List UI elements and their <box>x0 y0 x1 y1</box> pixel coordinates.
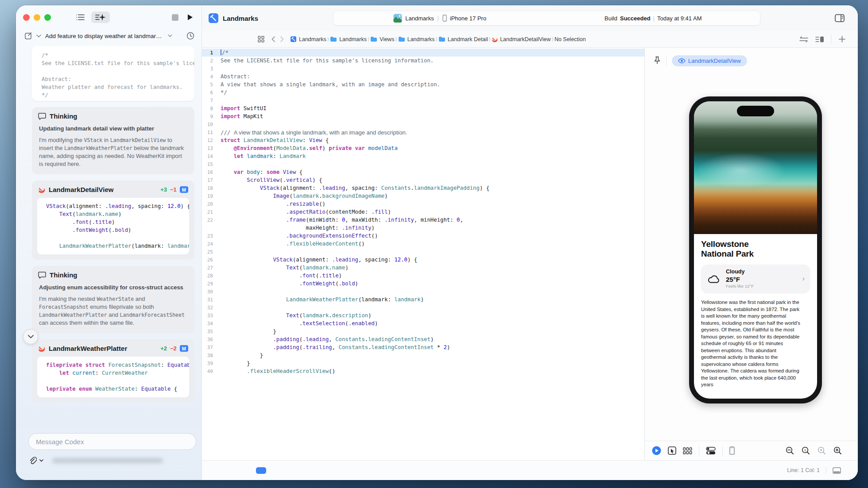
scheme-device-section[interactable]: Landmarks ⟩ iPhone 17 Pro <box>333 14 547 23</box>
run-destination-scheme: Landmarks <box>405 15 434 22</box>
editor-options-icon[interactable] <box>815 36 824 43</box>
breadcrumb-separator: ⟩ <box>367 36 370 42</box>
thinking-card[interactable]: Thinking Adjusting enum accessibility fo… <box>32 266 194 333</box>
zoom-button[interactable] <box>44 14 51 21</box>
chevron-down-icon[interactable] <box>168 35 172 37</box>
sparkle-icon <box>95 13 106 21</box>
project-icon <box>290 36 297 42</box>
chat-message-list[interactable]: /*See the LICENSE.txt file for this samp… <box>16 46 202 428</box>
related-items-grid-icon[interactable] <box>258 36 264 42</box>
weather-feels-like: Feels like 12°F <box>726 284 754 289</box>
device-settings-toggles-button[interactable] <box>706 447 716 455</box>
pin-icon[interactable] <box>654 56 661 65</box>
editor-content-split: 1/*2See the LICENSE.txt file for this sa… <box>202 48 858 460</box>
project-scheme[interactable]: Landmarks <box>208 13 258 23</box>
speech-bubble-icon <box>38 272 46 279</box>
zoom-out-button[interactable] <box>786 446 794 455</box>
breadcrumb-selection[interactable]: No Selection <box>554 36 586 42</box>
iphone-device-icon <box>442 15 447 22</box>
scroll-to-bottom-button[interactable] <box>23 329 38 344</box>
lines-removed: −1 <box>170 186 177 193</box>
file-diff-code: VStack(alignment: .leading, spacing: 12.… <box>37 198 189 254</box>
swift-icon <box>38 345 45 352</box>
source-editor[interactable]: 1/*2See the LICENSE.txt file for this sa… <box>202 48 644 460</box>
lines-added: +2 <box>160 345 167 352</box>
close-button[interactable] <box>23 14 30 21</box>
codex-sparkle-button[interactable] <box>91 12 110 23</box>
preview-device-button[interactable] <box>729 446 735 455</box>
breadcrumb-separator: ⟩ <box>488 36 492 42</box>
breadcrumb-file[interactable]: LandmarkDetailView <box>492 36 550 42</box>
thinking-subtitle: Adjusting enum accessibility for cross-s… <box>32 279 194 291</box>
breadcrumb-folder[interactable]: Landmarks <box>398 36 435 42</box>
lines-added: +3 <box>160 186 167 193</box>
inspector-toggle-icon[interactable] <box>835 14 845 22</box>
swift-icon <box>492 36 498 42</box>
redacted-status-text <box>52 458 163 463</box>
history-clock-icon[interactable] <box>186 32 194 40</box>
speech-bubble-icon <box>38 113 46 120</box>
weather-platter[interactable]: Cloudy 25°F Feels like 12°F › <box>701 265 810 293</box>
divider <box>826 467 826 474</box>
build-status: Succeeded <box>620 15 651 22</box>
jump-bar: Landmarks ⟩ Landmarks ⟩ Views ⟩ <box>202 31 858 48</box>
landmark-description: Yellowstone was the first national park … <box>701 299 802 388</box>
code-review-swap-icon[interactable] <box>799 36 808 43</box>
file-change-card: LandmarkWeatherPlatter +2 −2 M filepriva… <box>32 339 194 403</box>
breadcrumb-project[interactable]: Landmarks <box>290 36 326 42</box>
iphone-preview-device[interactable]: Yellowstone National Park Cloudy 25°F Fe… <box>689 96 822 403</box>
folder-icon <box>438 36 446 42</box>
breadcrumb-folder[interactable]: Views <box>370 36 394 42</box>
breadcrumb-folder[interactable]: Landmarks <box>330 36 367 42</box>
snippet-code: /*See the LICENSE.txt file for this samp… <box>32 46 194 101</box>
conversation-list-icon[interactable] <box>76 14 85 21</box>
variants-grid-button[interactable] <box>683 447 692 454</box>
new-conversation-icon[interactable] <box>25 32 32 40</box>
conversation-title[interactable]: Add feature to display weather at landma… <box>45 33 164 39</box>
preview-toolbar: 1 <box>645 441 858 460</box>
agent-activity-indicator[interactable] <box>256 467 266 474</box>
chevron-down-icon[interactable] <box>39 459 43 462</box>
build-time: Today at 9:41 AM <box>657 15 701 22</box>
stop-button[interactable] <box>172 14 178 21</box>
thinking-title: Thinking <box>50 112 78 120</box>
preview-target-pill[interactable]: LandmarkDetailView <box>672 55 747 66</box>
divider <box>699 446 699 455</box>
breadcrumb-folder[interactable]: Landmark Detail <box>438 36 488 42</box>
debug-area-toggle-icon[interactable] <box>833 467 841 474</box>
divider <box>666 56 666 65</box>
chevron-down-icon[interactable] <box>36 35 41 38</box>
add-editor-icon[interactable] <box>839 36 845 42</box>
landmarks-app-icon <box>393 14 402 23</box>
weather-temperature: 25°F <box>726 276 754 283</box>
message-input[interactable] <box>28 433 196 450</box>
code-snippet-card: /*See the LICENSE.txt file for this samp… <box>32 46 194 101</box>
separator: ⟩ <box>437 15 439 22</box>
file-name: LandmarkDetailView <box>49 186 113 193</box>
go-back-icon[interactable] <box>271 36 275 42</box>
thinking-subtitle: Updating landmark detail view with platt… <box>32 120 194 132</box>
modified-badge: M <box>180 186 188 193</box>
run-button[interactable] <box>186 14 194 21</box>
breadcrumb-separator: ⟩ <box>435 36 438 42</box>
main-area: Landmarks Landmarks ⟩ iPhone 17 Pro Buil… <box>202 5 858 480</box>
activity-view: Landmarks ⟩ iPhone 17 Pro Build Succeede… <box>333 11 760 26</box>
live-preview-play-button[interactable] <box>652 446 661 455</box>
build-status-section[interactable]: Build Succeeded | Today at 9:41 AM <box>546 15 760 22</box>
attachment-paperclip-icon[interactable] <box>28 456 37 465</box>
file-change-header[interactable]: LandmarkDetailView +3 −1 M <box>32 181 194 193</box>
swift-icon <box>38 186 45 193</box>
zoom-in-button[interactable] <box>833 446 842 455</box>
go-forward-icon[interactable] <box>280 36 284 42</box>
selectable-mode-button[interactable] <box>668 446 676 455</box>
project-name: Landmarks <box>223 15 258 22</box>
zoom-to-fit-button[interactable] <box>818 446 826 455</box>
zoom-100-button[interactable]: 1 <box>802 446 810 455</box>
cloud-icon <box>707 274 721 284</box>
preview-canvas-panel: LandmarkDetailView Yellowstone National … <box>645 48 858 460</box>
folder-icon <box>330 36 337 42</box>
thinking-card[interactable]: Thinking Updating landmark detail view w… <box>32 107 194 174</box>
minimize-button[interactable] <box>34 14 40 21</box>
lines-removed: −2 <box>170 345 177 352</box>
file-change-header[interactable]: LandmarkWeatherPlatter +2 −2 M <box>32 339 194 352</box>
